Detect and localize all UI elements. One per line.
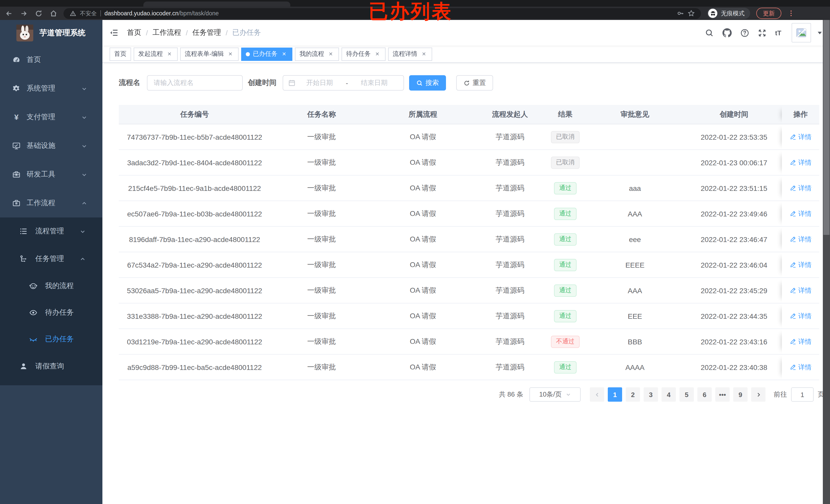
page-button-9[interactable]: 9 (733, 387, 747, 402)
total-count: 共 86 条 (499, 390, 523, 399)
github-icon[interactable] (722, 28, 731, 37)
detail-link[interactable]: 详情 (790, 260, 811, 269)
sidebar-item-5[interactable]: 工作流程 (0, 189, 102, 217)
sidebar-item-9[interactable]: 待办任务 (0, 299, 102, 326)
cell-task-id: 215cf4e5-7b9b-11ec-9a1b-acde48001122 (119, 175, 270, 201)
reset-button[interactable]: 重置 (456, 75, 493, 91)
detail-link[interactable]: 详情 (790, 235, 811, 244)
page-button-6[interactable]: 6 (697, 387, 712, 402)
toolbox-icon (12, 170, 21, 178)
sidebar-item-8[interactable]: 我的流程 (0, 273, 102, 299)
cell-process: OA 请假 (373, 227, 473, 252)
date-range-input[interactable]: 开始日期 - 结束日期 (283, 75, 404, 91)
cell-created: 2022-01-22 23:46:47 (686, 227, 782, 252)
sidebar-item-0[interactable]: 首页 (0, 45, 102, 74)
create-time-label: 创建时间 (248, 78, 277, 88)
star-icon[interactable] (688, 10, 695, 17)
key-icon[interactable] (677, 10, 684, 17)
fullscreen-icon[interactable] (758, 28, 766, 37)
flow-icon (20, 255, 28, 263)
cell-action: 详情 (782, 150, 819, 175)
start-date-placeholder: 开始日期 (295, 78, 344, 88)
browser-update-button[interactable]: 更新 (756, 8, 781, 19)
tab-5[interactable]: 待办任务✕ (342, 47, 386, 61)
scrollbar-thumb[interactable] (823, 20, 829, 235)
process-name-input[interactable]: 请输入流程名 (147, 75, 243, 91)
tab-2[interactable]: 流程表单-编辑✕ (180, 47, 238, 61)
status-badge: 已取消 (551, 131, 580, 143)
sidebar-item-2[interactable]: ¥支付管理 (0, 103, 102, 132)
sidebar-logo[interactable]: 芋道管理系统 (0, 20, 102, 45)
sidebar-item-3[interactable]: 基础设施 (0, 132, 102, 160)
cell-result: 通过 (547, 278, 584, 303)
pager-ellipsis[interactable]: ••• (715, 387, 730, 402)
edit-icon (790, 210, 796, 217)
forward-icon[interactable] (20, 9, 28, 17)
logo-rabbit-image (17, 24, 33, 41)
home-icon[interactable] (50, 9, 57, 17)
tab-4[interactable]: 我的流程✕ (295, 47, 339, 61)
tab-0[interactable]: 首页 (109, 47, 131, 61)
close-tab-icon[interactable]: ✕ (374, 51, 381, 58)
page-button-1[interactable]: 1 (608, 387, 622, 402)
back-icon[interactable] (5, 9, 13, 17)
tab-1[interactable]: 发起流程✕ (134, 47, 178, 61)
cell-action: 详情 (782, 303, 819, 329)
page-size-select[interactable]: 10条/页 (530, 387, 581, 402)
close-tab-icon[interactable]: ✕ (281, 51, 288, 58)
select-caret-icon (566, 392, 571, 397)
close-tab-icon[interactable]: ✕ (327, 51, 334, 58)
breadcrumb-item-1[interactable]: 工作流程 (153, 28, 181, 37)
font-size-icon[interactable]: tT (775, 29, 781, 37)
tab-3[interactable]: 已办任务✕ (241, 47, 292, 61)
reload-icon[interactable] (35, 9, 42, 17)
avatar[interactable] (792, 23, 811, 42)
page-scrollbar[interactable] (823, 20, 830, 504)
close-tab-icon[interactable]: ✕ (227, 51, 234, 58)
detail-link[interactable]: 详情 (790, 132, 811, 141)
status-badge: 通过 (554, 310, 577, 322)
close-tab-icon[interactable]: ✕ (420, 51, 427, 58)
sidebar-item-10[interactable]: 已办任务 (0, 326, 102, 352)
table-row: 215cf4e5-7b9b-11ec-9a1b-acde48001122一级审批… (119, 175, 819, 201)
help-icon[interactable] (740, 28, 749, 37)
sidebar-item-6[interactable]: 流程管理 (0, 217, 102, 245)
breadcrumb-separator: / (146, 29, 148, 37)
sidebar-item-4[interactable]: 研发工具 (0, 160, 102, 189)
browser-menu-icon[interactable] (788, 10, 795, 17)
table-row: ec507ae6-7b9a-11ec-b03b-acde48001122一级审批… (119, 201, 819, 227)
breadcrumb-separator: / (226, 29, 228, 37)
search-button[interactable]: 搜索 (409, 75, 446, 91)
breadcrumb-item-2[interactable]: 任务管理 (193, 28, 221, 37)
cell-result: 通过 (547, 201, 584, 227)
next-page-button[interactable] (751, 387, 765, 402)
tags-view: 首页发起流程✕流程表单-编辑✕已办任务✕我的流程✕待办任务✕流程详情✕ (102, 45, 830, 63)
detail-link[interactable]: 详情 (790, 286, 811, 295)
cell-process: OA 请假 (373, 124, 473, 150)
prev-page-button[interactable] (590, 387, 604, 402)
caret-down-icon[interactable] (817, 30, 823, 36)
detail-link[interactable]: 详情 (790, 158, 811, 167)
detail-link[interactable]: 详情 (790, 311, 811, 321)
search-icon[interactable] (705, 28, 713, 37)
detail-link[interactable]: 详情 (790, 209, 811, 218)
sidebar-item-11[interactable]: 请假查询 (0, 352, 102, 380)
page-button-2[interactable]: 2 (626, 387, 640, 402)
close-tab-icon[interactable]: ✕ (166, 51, 173, 58)
detail-link[interactable]: 详情 (790, 183, 811, 193)
goto-page-input[interactable]: 1 (791, 387, 813, 402)
page-button-4[interactable]: 4 (662, 387, 676, 402)
browser-active-tab[interactable] (143, 2, 290, 7)
detail-link[interactable]: 详情 (790, 363, 811, 372)
detail-link[interactable]: 详情 (790, 337, 811, 346)
tab-6[interactable]: 流程详情✕ (388, 47, 432, 61)
hamburger-icon[interactable] (109, 28, 119, 37)
annotation-overlay: 已办列表 (369, 0, 453, 23)
sidebar-item-1[interactable]: 系统管理 (0, 74, 102, 103)
edit-icon (790, 364, 796, 370)
sidebar-item-7[interactable]: 任务管理 (0, 245, 102, 273)
page-button-3[interactable]: 3 (644, 387, 658, 402)
breadcrumb-item-0[interactable]: 首页 (127, 28, 141, 37)
page-button-5[interactable]: 5 (679, 387, 694, 402)
cell-action: 详情 (782, 175, 819, 201)
